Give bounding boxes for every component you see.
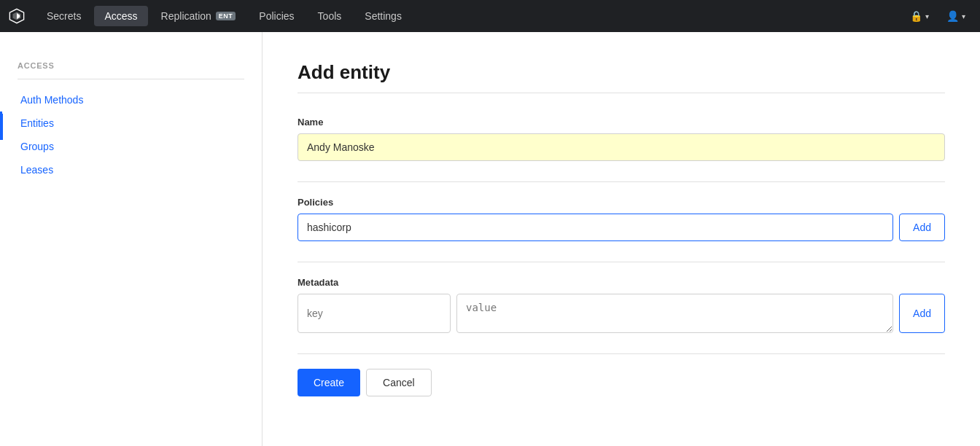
lock-icon: 🔒 bbox=[910, 10, 922, 22]
metadata-form-group: Metadata Add bbox=[298, 277, 945, 333]
layout: Access Auth Methods Entities Groups Leas… bbox=[0, 32, 980, 446]
topnav-items: Secrets Access Replication ENT Policies … bbox=[36, 6, 904, 26]
policies-form-group: Policies Add bbox=[298, 197, 945, 241]
name-form-group: Name bbox=[298, 117, 945, 161]
nav-replication[interactable]: Replication ENT bbox=[151, 6, 246, 26]
sidebar-item-auth-methods[interactable]: Auth Methods bbox=[18, 88, 244, 112]
metadata-key-input[interactable] bbox=[298, 294, 451, 333]
active-indicator-container bbox=[0, 0, 3, 446]
nav-settings[interactable]: Settings bbox=[354, 6, 412, 26]
policies-divider bbox=[298, 262, 945, 262]
metadata-row: Add bbox=[298, 294, 945, 333]
metadata-add-button[interactable]: Add bbox=[899, 294, 945, 333]
sidebar-item-leases[interactable]: Leases bbox=[18, 158, 244, 181]
page-title: Add entity bbox=[298, 61, 945, 93]
sidebar-section-label: Access bbox=[18, 61, 244, 70]
sidebar-item-entities[interactable]: Entities bbox=[18, 112, 244, 135]
nav-access[interactable]: Access bbox=[94, 6, 147, 26]
cancel-button[interactable]: Cancel bbox=[366, 369, 432, 396]
policies-input[interactable] bbox=[298, 214, 893, 241]
main-content: Add entity Name Policies Add Metadata Ad… bbox=[262, 32, 980, 446]
nav-secrets[interactable]: Secrets bbox=[36, 6, 91, 26]
name-label: Name bbox=[298, 117, 945, 128]
ent-badge: ENT bbox=[216, 12, 236, 20]
policies-label: Policies bbox=[298, 197, 945, 208]
create-button[interactable]: Create bbox=[298, 369, 360, 396]
topnav-right: 🔒 ▾ 👤 ▾ bbox=[904, 7, 971, 25]
metadata-label: Metadata bbox=[298, 277, 945, 288]
lock-button[interactable]: 🔒 ▾ bbox=[904, 7, 935, 25]
sidebar: Access Auth Methods Entities Groups Leas… bbox=[0, 32, 262, 446]
user-chevron-icon: ▾ bbox=[962, 12, 965, 20]
name-divider bbox=[298, 181, 945, 182]
nav-policies[interactable]: Policies bbox=[249, 6, 304, 26]
sidebar-item-groups[interactable]: Groups bbox=[18, 135, 244, 158]
active-indicator-bar bbox=[0, 114, 3, 140]
name-input[interactable] bbox=[298, 133, 945, 161]
policies-add-button[interactable]: Add bbox=[899, 214, 945, 241]
lock-chevron-icon: ▾ bbox=[925, 12, 929, 20]
button-row: Create Cancel bbox=[298, 369, 945, 396]
actions-divider bbox=[298, 353, 945, 354]
sidebar-divider bbox=[18, 79, 244, 79]
policies-row: Add bbox=[298, 214, 945, 241]
vault-logo[interactable] bbox=[9, 8, 25, 24]
topnav: Secrets Access Replication ENT Policies … bbox=[0, 0, 980, 32]
metadata-value-input[interactable] bbox=[456, 294, 893, 333]
nav-tools[interactable]: Tools bbox=[308, 6, 352, 26]
user-icon: 👤 bbox=[946, 10, 959, 22]
user-button[interactable]: 👤 ▾ bbox=[941, 7, 971, 25]
